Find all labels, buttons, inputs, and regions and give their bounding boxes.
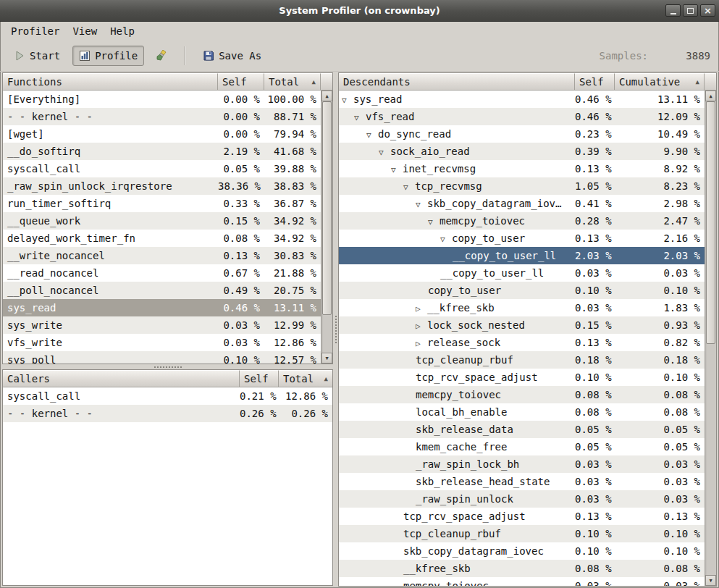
menu-view[interactable]: View bbox=[66, 24, 104, 38]
function-name: kmem_cache_free bbox=[416, 441, 507, 453]
expander-closed-icon[interactable]: ▷ bbox=[416, 301, 427, 316]
self-cell: 0.03 % bbox=[575, 299, 615, 316]
expander-closed-icon[interactable]: ▷ bbox=[416, 318, 427, 334]
tree-row[interactable]: tcp_rcv_space_adjust0.10 %0.10 % bbox=[339, 369, 705, 386]
function-name-cell: ▷release_sock bbox=[339, 334, 575, 351]
tree-row[interactable]: __copy_to_user_ll2.03 %2.03 % bbox=[339, 247, 705, 264]
expander-open-icon[interactable]: ▽ bbox=[366, 127, 378, 143]
tree-row[interactable]: memcpy_toiovec0.03 %0.03 % bbox=[339, 577, 705, 586]
tree-row[interactable]: ▽skb_copy_datagram_iov…0.41 %2.98 % bbox=[339, 195, 705, 212]
table-row[interactable]: __read_nocancel0.67 %21.88 % bbox=[3, 264, 321, 282]
tree-row[interactable]: __copy_to_user_ll0.03 %0.03 % bbox=[339, 264, 705, 282]
column-header-total[interactable]: Total▲ bbox=[264, 73, 321, 91]
tree-row[interactable]: __kfree_skb0.08 %0.08 % bbox=[339, 560, 705, 577]
tree-row[interactable]: skb_release_head_state0.03 %0.03 % bbox=[339, 473, 705, 490]
expander-closed-icon[interactable]: ▷ bbox=[416, 335, 427, 351]
table-row[interactable]: - - kernel - -0.00 %88.71 % bbox=[3, 108, 321, 125]
column-header-functions[interactable]: Functions bbox=[3, 73, 218, 91]
scrollbar-thumb[interactable] bbox=[706, 101, 715, 344]
table-row[interactable]: run_timer_softirq0.33 %36.87 % bbox=[3, 195, 321, 212]
column-header-total[interactable]: Total▲ bbox=[279, 370, 332, 387]
cumulative-cell: 0.03 % bbox=[615, 264, 705, 282]
scroll-down-icon: ▼ bbox=[709, 578, 712, 584]
functions-scrollbar[interactable]: ▲ ▼ bbox=[321, 91, 332, 364]
table-row[interactable]: __queue_work0.15 %34.92 % bbox=[3, 212, 321, 230]
table-row[interactable]: vfs_write0.03 %12.86 % bbox=[3, 334, 321, 351]
tree-row[interactable]: ▽tcp_recvmsg1.05 %8.23 % bbox=[339, 177, 705, 195]
expander-open-icon[interactable]: ▽ bbox=[416, 196, 427, 212]
tree-row[interactable]: _raw_spin_unlock0.03 %0.03 % bbox=[339, 490, 705, 508]
start-button[interactable]: Start bbox=[7, 46, 67, 66]
scroll-up-button[interactable]: ▲ bbox=[321, 91, 332, 101]
tree-row[interactable]: kmem_cache_free0.05 %0.05 % bbox=[339, 438, 705, 455]
tree-row[interactable]: skb_copy_datagram_iovec0.10 %0.10 % bbox=[339, 542, 705, 560]
table-row[interactable]: - - kernel - -0.26 %0.26 % bbox=[3, 405, 332, 422]
tree-row[interactable]: tcp_cleanup_rbuf0.18 %0.18 % bbox=[339, 351, 705, 369]
table-row[interactable]: sys_poll0.10 %12.57 % bbox=[3, 351, 321, 364]
tree-row[interactable]: skb_release_data0.05 %0.05 % bbox=[339, 421, 705, 438]
column-header-self[interactable]: Self bbox=[575, 73, 615, 91]
tree-row[interactable]: copy_to_user0.10 %0.10 % bbox=[339, 282, 705, 299]
expander-open-icon[interactable]: ▽ bbox=[391, 161, 403, 177]
scroll-down-button[interactable]: ▼ bbox=[705, 575, 716, 586]
tree-row[interactable]: tcp_rcv_space_adjust0.13 %0.13 % bbox=[339, 508, 705, 525]
scrollbar-thumb[interactable] bbox=[322, 101, 332, 315]
close-button[interactable]: × bbox=[700, 4, 715, 17]
table-row[interactable]: sys_read0.46 %13.11 % bbox=[3, 299, 321, 316]
tree-row[interactable]: ▽memcpy_toiovec0.28 %2.47 % bbox=[339, 212, 705, 230]
scroll-up-button[interactable]: ▲ bbox=[705, 91, 716, 101]
tree-row[interactable]: ▽do_sync_read0.23 %10.49 % bbox=[339, 125, 705, 143]
column-header-cumulative[interactable]: Cumulative▲ bbox=[615, 73, 705, 91]
column-header-self[interactable]: Self bbox=[240, 370, 279, 387]
column-header-descendants[interactable]: Descendants bbox=[339, 73, 575, 91]
expander-open-icon[interactable]: ▽ bbox=[342, 92, 353, 108]
tree-row[interactable]: ▷lock_sock_nested0.15 %0.93 % bbox=[339, 316, 705, 334]
tree-row[interactable]: ▽vfs_read0.46 %12.09 % bbox=[339, 108, 705, 125]
tree-row[interactable]: ▽inet_recvmsg0.13 %8.92 % bbox=[339, 160, 705, 177]
table-row[interactable]: [wget]0.00 %79.94 % bbox=[3, 125, 321, 143]
descendants-scrollbar[interactable]: ▲ ▼ bbox=[705, 91, 716, 586]
table-row[interactable]: [Everything]0.00 %100.00 % bbox=[3, 91, 321, 108]
function-name-cell: ▽inet_recvmsg bbox=[339, 160, 575, 177]
table-row[interactable]: syscall_call0.05 %39.88 % bbox=[3, 160, 321, 177]
tree-row[interactable]: _raw_spin_lock_bh0.03 %0.03 % bbox=[339, 455, 705, 473]
maximize-button[interactable] bbox=[683, 4, 698, 17]
reset-button[interactable] bbox=[150, 46, 175, 66]
titlebar[interactable]: System Profiler (on crownbay) × bbox=[0, 0, 719, 22]
table-row[interactable]: syscall_call0.21 %12.86 % bbox=[3, 387, 332, 405]
self-cell: 2.19 % bbox=[218, 143, 264, 160]
table-row[interactable]: _raw_spin_unlock_irqrestore38.36 %38.83 … bbox=[3, 177, 321, 195]
scroll-down-button[interactable]: ▼ bbox=[321, 353, 332, 364]
tree-row[interactable]: ▽sys_read0.46 %13.11 % bbox=[339, 91, 705, 108]
expander-open-icon[interactable]: ▽ bbox=[354, 109, 366, 125]
samples-label: Samples: bbox=[600, 50, 648, 62]
self-cell: 0.13 % bbox=[575, 160, 615, 177]
column-header-callers[interactable]: Callers bbox=[3, 370, 240, 387]
expander-open-icon[interactable]: ▽ bbox=[403, 179, 415, 195]
pane-splitter-vertical[interactable] bbox=[333, 72, 338, 586]
expander-open-icon[interactable]: ▽ bbox=[440, 231, 452, 247]
tree-row[interactable]: ▽sock_aio_read0.39 %9.90 % bbox=[339, 143, 705, 160]
minimize-button[interactable] bbox=[665, 4, 681, 17]
profile-toggle-button[interactable]: Profile bbox=[72, 46, 144, 66]
tree-row[interactable]: memcpy_toiovec0.08 %0.08 % bbox=[339, 386, 705, 403]
tree-row[interactable]: ▽copy_to_user0.13 %2.16 % bbox=[339, 230, 705, 247]
tree-row[interactable]: tcp_cleanup_rbuf0.10 %0.10 % bbox=[339, 525, 705, 542]
tree-row[interactable]: local_bh_enable0.08 %0.08 % bbox=[339, 403, 705, 421]
expander-open-icon[interactable]: ▽ bbox=[428, 214, 440, 230]
function-name: memcpy_toiovec bbox=[403, 580, 489, 586]
table-row[interactable]: sys_write0.03 %12.99 % bbox=[3, 316, 321, 334]
table-row[interactable]: delayed_work_timer_fn0.08 %34.92 % bbox=[3, 230, 321, 247]
table-row[interactable]: __write_nocancel0.13 %30.83 % bbox=[3, 247, 321, 264]
expander-open-icon[interactable]: ▽ bbox=[379, 144, 390, 160]
tree-row[interactable]: ▷__kfree_skb0.03 %1.83 % bbox=[339, 299, 705, 316]
pane-splitter-horizontal[interactable] bbox=[2, 364, 333, 369]
menu-profiler[interactable]: Profiler bbox=[4, 24, 66, 38]
menu-help[interactable]: Help bbox=[104, 24, 141, 38]
table-row[interactable]: __poll_nocancel0.49 %20.75 % bbox=[3, 282, 321, 299]
self-cell: 0.00 % bbox=[218, 125, 264, 143]
tree-row[interactable]: ▷release_sock0.13 %0.82 % bbox=[339, 334, 705, 351]
save-as-button[interactable]: Save As bbox=[196, 46, 268, 66]
table-row[interactable]: __do_softirq2.19 %41.68 % bbox=[3, 143, 321, 160]
column-header-self[interactable]: Self bbox=[218, 73, 264, 91]
